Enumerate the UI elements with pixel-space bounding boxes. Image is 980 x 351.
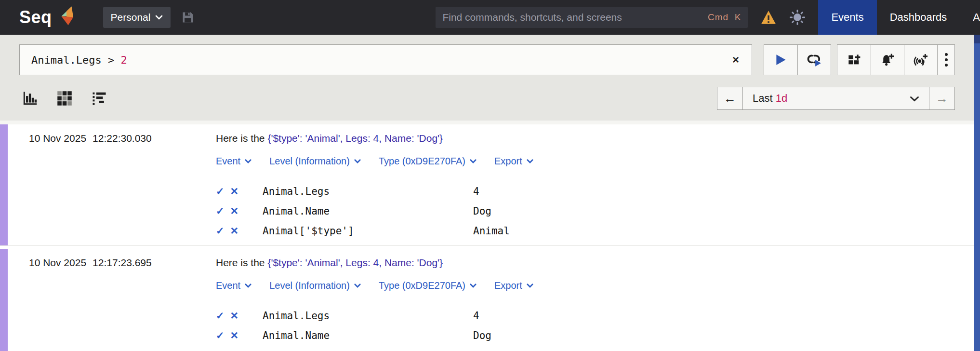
tail-stream-button[interactable] (797, 45, 831, 75)
property-name: Animal['$type'] (263, 350, 473, 351)
dashboard-plus-icon (848, 53, 861, 67)
event-message: Here is the {'$type': 'Animal', Legs: 4,… (216, 256, 968, 270)
tab-dashboards[interactable]: Dashboards (877, 0, 960, 35)
filter-exclude-icon[interactable]: ✕ (230, 186, 239, 196)
property-value: 4 (473, 310, 968, 322)
level-menu-label: Level (Information) (269, 156, 350, 167)
chart-view-toggle[interactable] (22, 91, 38, 106)
event-menu-link[interactable]: Event (216, 280, 252, 291)
run-query-button[interactable] (764, 45, 797, 75)
level-menu-link[interactable]: Level (Information) (269, 280, 361, 291)
event-list: 10 Nov 202512:22:30.030 Here is the {'$t… (0, 121, 980, 351)
chevron-down-icon (354, 159, 361, 163)
property-value: Dog (473, 330, 968, 341)
query-number-literal: 2 (120, 54, 127, 66)
property-row: ✓ ✕ Animal['$type'] Animal (216, 345, 968, 351)
event-properties: ✓ ✕ Animal.Legs 4 ✓ ✕ Animal.Name Dog (216, 306, 968, 351)
time-range-picker: ← Last 1d → (717, 87, 955, 110)
event-row[interactable]: 10 Nov 202512:22:30.030 Here is the {'$t… (0, 124, 980, 245)
query-input-box: Animal.Legs > 2 × (19, 44, 752, 75)
event-row[interactable]: 10 Nov 202512:17:23.695 Here is the {'$t… (0, 249, 980, 351)
message-structured-data: {'$type': 'Animal', Legs: 4, Name: 'Dog'… (267, 133, 443, 144)
signal-plus-icon (914, 53, 928, 67)
play-icon (776, 54, 786, 66)
chevron-down-icon (245, 159, 252, 163)
chevron-down-icon (470, 159, 477, 163)
time-range-back-button[interactable]: ← (717, 87, 742, 109)
property-name: Animal.Legs (263, 310, 473, 322)
export-menu-label: Export (494, 280, 522, 291)
property-row: ✓ ✕ Animal.Name Dog (216, 201, 968, 221)
tab-events[interactable]: Events (818, 0, 876, 35)
property-value: Animal (473, 225, 968, 237)
filter-include-icon[interactable]: ✓ (216, 226, 225, 236)
property-value: 4 (473, 186, 968, 197)
filter-include-icon[interactable]: ✓ (216, 186, 225, 196)
command-search-input[interactable] (442, 12, 702, 23)
chevron-down-icon (245, 284, 252, 288)
create-alert-button[interactable] (871, 45, 904, 75)
filter-include-icon[interactable]: ✓ (216, 310, 225, 321)
type-menu-link[interactable]: Type (0xD9E270FA) (379, 280, 477, 291)
filter-include-icon[interactable]: ✓ (216, 330, 225, 340)
query-overflow-menu-button[interactable] (937, 45, 954, 75)
event-divider (0, 245, 980, 249)
property-row: ✓ ✕ Animal.Legs 4 (216, 306, 968, 325)
list-view-toggle[interactable] (92, 91, 107, 106)
clear-query-button[interactable]: × (728, 53, 743, 67)
filter-exclude-icon[interactable]: ✕ (230, 206, 239, 216)
event-list-icon (92, 91, 107, 106)
event-timestamp: 10 Nov 202512:17:23.695 (29, 256, 216, 351)
sun-icon (789, 9, 806, 26)
keyboard-shortcut-hint: Cmd K (708, 12, 741, 23)
level-menu-link[interactable]: Level (Information) (269, 156, 361, 167)
type-menu-label: Type (0xD9E270FA) (379, 156, 465, 167)
filter-exclude-icon[interactable]: ✕ (230, 226, 239, 236)
grid-icon (57, 91, 72, 106)
property-row: ✓ ✕ Animal.Legs 4 (216, 181, 968, 201)
event-timestamp: 10 Nov 202512:22:30.030 (29, 131, 216, 241)
scrollbar[interactable] (974, 35, 980, 351)
command-search: Cmd K (436, 7, 748, 28)
bell-plus-icon (881, 53, 894, 67)
event-menu-label: Event (216, 280, 240, 291)
property-name: Animal['$type'] (263, 225, 473, 237)
tab-events-label: Events (831, 11, 863, 24)
time-range-dropdown[interactable]: Last 1d (742, 87, 929, 109)
property-name: Animal.Name (263, 330, 473, 341)
event-action-row: Event Level (Information) Type (0xD9E270… (216, 156, 968, 167)
filter-exclude-icon[interactable]: ✕ (230, 310, 239, 321)
type-menu-label: Type (0xD9E270FA) (379, 280, 465, 291)
query-expression: Animal.Legs > (31, 54, 120, 66)
add-to-dashboard-button[interactable] (837, 45, 871, 75)
seq-flame-icon (58, 4, 75, 28)
property-row: ✓ ✕ Animal['$type'] Animal (216, 221, 968, 241)
event-message: Here is the {'$type': 'Animal', Legs: 4,… (216, 131, 968, 146)
result-toolbar: ← Last 1d → (19, 87, 955, 110)
type-menu-link[interactable]: Type (0xD9E270FA) (379, 156, 477, 167)
theme-toggle-button[interactable] (789, 9, 806, 26)
query-input[interactable]: Animal.Legs > 2 (31, 54, 728, 66)
filter-include-icon[interactable]: ✓ (216, 206, 225, 216)
event-detail: Here is the {'$type': 'Animal', Legs: 4,… (216, 256, 968, 351)
tab-clipped[interactable]: A (960, 0, 980, 35)
add-signal-button[interactable] (904, 45, 937, 75)
save-icon (181, 11, 195, 24)
time-range-forward-button[interactable]: → (929, 87, 954, 109)
filter-exclude-icon[interactable]: ✕ (230, 330, 239, 340)
alerts-warning-button[interactable] (760, 10, 777, 25)
chevron-down-icon (470, 284, 477, 288)
event-menu-link[interactable]: Event (216, 156, 252, 167)
export-menu-link[interactable]: Export (494, 280, 533, 291)
seq-logo[interactable]: Seq (19, 6, 75, 28)
grid-view-toggle[interactable] (57, 91, 72, 106)
event-time: 12:17:23.695 (93, 257, 152, 268)
vertical-dots-icon (944, 53, 948, 67)
message-text: Here is the (216, 257, 267, 268)
property-row: ✓ ✕ Animal.Name Dog (216, 325, 968, 345)
workspace-selector[interactable]: Personal (103, 7, 171, 28)
export-menu-link[interactable]: Export (494, 156, 533, 167)
chevron-down-icon (527, 284, 533, 288)
save-workspace-button[interactable] (181, 11, 195, 24)
time-range-prefix: Last (753, 92, 776, 105)
